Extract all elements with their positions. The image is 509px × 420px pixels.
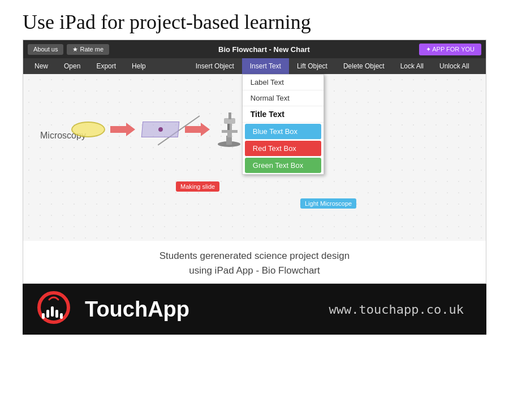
- menu-delete-object[interactable]: Delete Object: [335, 58, 392, 74]
- menu-lock-all[interactable]: Lock All: [392, 58, 432, 74]
- dropdown-label-text[interactable]: Label Text: [243, 75, 323, 90]
- petri-dish-container: [68, 115, 108, 144]
- menu-new[interactable]: New: [27, 58, 56, 74]
- description: Students gerenerated science project des…: [23, 241, 486, 283]
- dropdown-red-text-box[interactable]: Red Text Box: [245, 141, 321, 157]
- app-menubar: New Open Export Help Insert Object Inser…: [23, 58, 486, 74]
- app-for-you-button[interactable]: ✦ APP FOR YOU: [419, 44, 481, 55]
- footer-url-text: www.touchapp.co.uk: [329, 302, 464, 317]
- dropdown-green-text-box[interactable]: Green Text Box: [245, 158, 321, 173]
- svg-rect-25: [42, 313, 45, 319]
- menu-insert-object[interactable]: Insert Object: [188, 58, 242, 74]
- svg-rect-23: [46, 310, 49, 318]
- svg-rect-26: [60, 313, 63, 319]
- svg-marker-0: [110, 123, 135, 136]
- app-topbar: About us ★ Rate me Bio Flowchart - New C…: [23, 40, 486, 58]
- microscope-icon: [214, 110, 245, 149]
- footer-logo: [34, 289, 74, 329]
- menu-export[interactable]: Export: [88, 58, 124, 74]
- svg-marker-1: [185, 123, 210, 136]
- dropdown-blue-text-box[interactable]: Blue Text Box: [245, 124, 321, 140]
- microscope-container: [212, 110, 246, 149]
- description-line1: Students gerenerated science project des…: [159, 250, 350, 261]
- menu-insert-text[interactable]: Insert Text: [242, 58, 289, 74]
- menu-help[interactable]: Help: [124, 58, 154, 74]
- svg-rect-6: [228, 112, 231, 119]
- slide-container: [137, 112, 183, 146]
- touchapp-logo-icon: [34, 289, 74, 329]
- footer-brand-text: TouchApp: [85, 297, 189, 322]
- dropdown-title-text[interactable]: Title Text: [243, 106, 323, 123]
- topbar-left: About us ★ Rate me: [28, 44, 109, 55]
- making-slide-label: Making slide: [176, 181, 219, 192]
- slide: [141, 122, 179, 137]
- footer: TouchApp www.touchapp.co.uk: [23, 284, 486, 335]
- dropdown-normal-text[interactable]: Normal Text: [243, 90, 323, 106]
- menu-open[interactable]: Open: [56, 58, 88, 74]
- light-microscope-label: Light Microscope: [300, 198, 356, 209]
- menu-lift-object[interactable]: Lift Object: [289, 58, 335, 74]
- rate-button[interactable]: ★ Rate me: [67, 44, 109, 55]
- svg-rect-22: [51, 306, 54, 317]
- svg-rect-24: [55, 310, 58, 318]
- svg-rect-8: [222, 130, 238, 133]
- arrow-1: [110, 122, 135, 137]
- insert-text-dropdown-area: Insert Text Label Text Normal Text Title…: [242, 58, 289, 74]
- slide-dot: [158, 127, 163, 132]
- page-title: Use iPad for project-based learning: [0, 0, 509, 40]
- app-title: Bio Flowchart - New Chart: [218, 45, 310, 54]
- insert-text-dropdown: Label Text Normal Text Title Text Blue T…: [242, 74, 324, 175]
- app-screenshot: About us ★ Rate me Bio Flowchart - New C…: [23, 40, 486, 284]
- about-button[interactable]: About us: [28, 44, 63, 55]
- petri-dish: [71, 122, 105, 137]
- description-line2: using iPad App - Bio Flowchart: [189, 265, 320, 276]
- menu-unlock-all[interactable]: Unlock All: [432, 58, 477, 74]
